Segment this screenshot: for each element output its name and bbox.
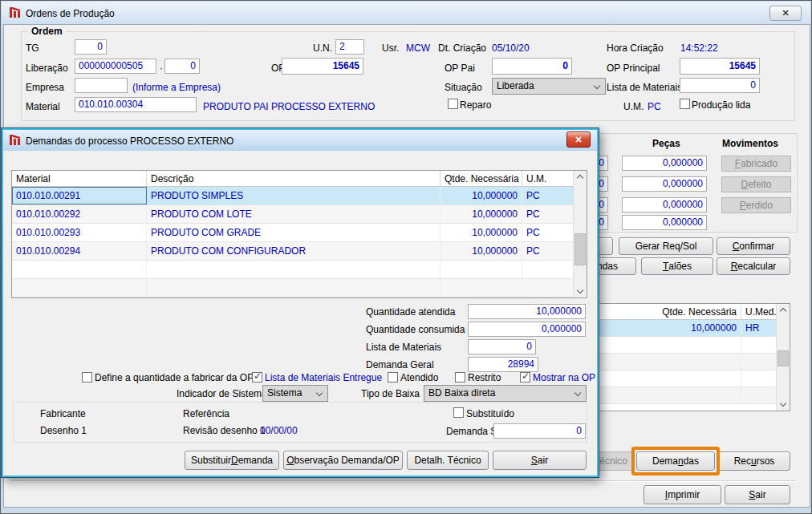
- demanda-row[interactable]: 010.010.00291 PRODUTO SIMPLES 10,000000 …: [12, 187, 574, 205]
- demanda-row[interactable]: 010.010.00293 PRODUTO COM GRADE 10,00000…: [12, 224, 574, 242]
- revisao-desenho-label: Revisão desenho 1: [183, 425, 266, 436]
- sair-button[interactable]: Sair: [725, 485, 790, 504]
- material-field[interactable]: 010.010.00304: [75, 97, 197, 112]
- footer-divider: [10, 480, 795, 481]
- imprimir-button[interactable]: Imprimir: [644, 485, 721, 504]
- col-um: U.M.: [522, 171, 574, 186]
- window-title: Ordens de Produção: [26, 8, 115, 19]
- liberacao-field[interactable]: 000000000505: [75, 59, 156, 74]
- un-field[interactable]: 2: [335, 39, 364, 55]
- col-material: Material: [12, 171, 147, 186]
- app-icon: [8, 6, 21, 18]
- recalcular-button[interactable]: Recalcular: [717, 257, 790, 275]
- define-quantidade-checkbox[interactable]: [82, 372, 92, 382]
- taloes-button[interactable]: Talões: [641, 257, 713, 275]
- lista-materiais-field[interactable]: 0: [680, 78, 760, 93]
- fabricante-label: Fabricante: [40, 408, 86, 419]
- revisao-desenho-value: 00/00/00: [260, 425, 298, 436]
- qtd-consumida-label: Quantidade consumida: [366, 324, 465, 335]
- scroll-up-icon[interactable]: [777, 304, 790, 317]
- dt-criacao-value: 05/10/20: [492, 42, 530, 54]
- ordem-group-title: Ordem: [28, 26, 66, 37]
- fabricado-button[interactable]: Fabricado: [721, 156, 791, 172]
- pecas-field[interactable]: 0,000000: [622, 176, 707, 192]
- material-label: Material: [26, 101, 60, 112]
- empresa-hint: (Informe a Empresa): [132, 82, 221, 93]
- liberacao-separator: ·: [160, 63, 163, 74]
- material-description: PRODUTO PAI PROCESSO EXTERNO: [203, 101, 375, 112]
- movimentos-title: Movimentos: [722, 138, 778, 149]
- demanda-row[interactable]: 010.010.00292 PRODUTO COM LOTE 10,000000…: [12, 205, 574, 224]
- indicador-sistema-label: Indicador de Sistema: [177, 388, 267, 399]
- substituir-demanda-button[interactable]: Substituir Demanda: [185, 451, 279, 470]
- qtd-consumida-field[interactable]: 0,000000: [468, 322, 586, 337]
- qtd-atendida-label: Quantidade atendida: [366, 306, 455, 318]
- demandas-grid-scrollbar[interactable]: [573, 171, 587, 297]
- demanda-row[interactable]: 010.010.00294 PRODUTO COM CONFIGURADOR 1…: [12, 242, 574, 261]
- demanda-subst-field[interactable]: 0: [493, 423, 586, 439]
- substituido-checkbox[interactable]: [453, 407, 464, 418]
- producao-lida-checkbox[interactable]: [680, 99, 690, 109]
- gerar-req-sol-button[interactable]: Gerar Req/Sol: [619, 237, 713, 255]
- dt-criacao-label: Dt. Criação: [438, 42, 486, 54]
- hora-criacao-label: Hora Criação: [607, 42, 664, 54]
- detalhe-tecnico-button[interactable]: Detalh. Técnico: [407, 451, 489, 470]
- lista-entregue-label: Lista de Materiais Entregue: [265, 372, 382, 383]
- chevron-down-icon: [574, 390, 581, 396]
- scrollbar-thumb[interactable]: [777, 350, 789, 366]
- lista-materiais-label: Lista de Materiais: [607, 82, 682, 93]
- tg-field[interactable]: 0: [75, 39, 107, 55]
- recursos-grid-scrollbar[interactable]: [776, 304, 790, 411]
- defeito-button[interactable]: Defeito: [721, 176, 791, 192]
- scroll-down-icon[interactable]: [777, 398, 790, 411]
- ordens-de-producao-window: Ordens de Produção ✕ Ordem TG 0 U.N. 2 U…: [0, 0, 812, 514]
- situacao-label: Situação: [445, 82, 482, 93]
- observacao-demanda-button[interactable]: Observação Demanda/OP: [283, 451, 403, 470]
- pecas-field[interactable]: 0,000000: [622, 215, 707, 230]
- pecas-field[interactable]: 0,000000: [622, 156, 707, 171]
- pecas-field[interactable]: 0,000000: [622, 197, 707, 212]
- op-field[interactable]: 15645: [282, 58, 363, 75]
- reparo-checkbox[interactable]: [448, 99, 458, 109]
- empresa-label: Empresa: [26, 82, 64, 93]
- scrollbar-thumb[interactable]: [574, 233, 586, 265]
- close-window-button[interactable]: ✕: [769, 6, 802, 21]
- op-principal-label: OP Principal: [607, 63, 660, 74]
- recursos-button[interactable]: Recursos: [718, 451, 790, 471]
- chevron-down-icon: [316, 390, 323, 396]
- define-quantidade-label: Define a quantidade a fabricar da OP: [95, 372, 254, 383]
- scroll-up-icon[interactable]: [574, 171, 587, 184]
- op-pai-field[interactable]: 0: [492, 58, 572, 75]
- atendido-checkbox[interactable]: [388, 372, 398, 382]
- un-label: U.N.: [313, 42, 332, 54]
- liberacao-seq-field[interactable]: 0: [164, 59, 200, 74]
- tipo-baixa-dropdown[interactable]: BD Baixa direta: [424, 385, 587, 402]
- indicador-sistema-dropdown[interactable]: Sistema: [262, 385, 328, 402]
- main-titlebar: Ordens de Produção: [2, 2, 810, 24]
- col-qtde: Qtde. Necessária: [441, 171, 522, 186]
- reparo-label: Reparo: [460, 99, 491, 111]
- lista-entregue-checkbox[interactable]: [252, 372, 262, 382]
- confirmar-button[interactable]: Confirmar: [717, 237, 790, 255]
- scroll-down-icon[interactable]: [574, 285, 587, 297]
- dialog-close-button[interactable]: ✕: [566, 132, 591, 148]
- restrito-checkbox[interactable]: [455, 372, 465, 382]
- dlg-lista-materiais-field[interactable]: 0: [468, 339, 536, 354]
- demanda-row-empty[interactable]: [12, 279, 574, 297]
- perdido-button[interactable]: Perdido: [721, 197, 791, 213]
- situacao-dropdown[interactable]: Liberada: [492, 78, 606, 95]
- empresa-field[interactable]: [75, 78, 128, 93]
- annotation-highlight: [631, 447, 720, 476]
- mostrar-na-op-checkbox[interactable]: [520, 372, 530, 382]
- desenho-label: Desenho 1: [40, 425, 87, 436]
- op-principal-field[interactable]: 15645: [680, 58, 760, 75]
- dlg-lista-materiais-label: Lista de Materiais: [366, 342, 441, 353]
- dialog-titlebar: Demandas do processo PROCESSO EXTERNO: [3, 130, 597, 151]
- liberacao-label: Liberação: [26, 63, 68, 74]
- dialog-sair-button[interactable]: Sair: [493, 451, 587, 470]
- dialog-app-icon: [8, 133, 21, 146]
- demanda-row-empty[interactable]: [12, 261, 574, 279]
- usr-value: MCW: [406, 42, 430, 54]
- qtd-atendida-field[interactable]: 10,000000: [468, 304, 586, 319]
- demandas-grid-header: Material Descrição Qtde. Necessária U.M.: [12, 171, 574, 187]
